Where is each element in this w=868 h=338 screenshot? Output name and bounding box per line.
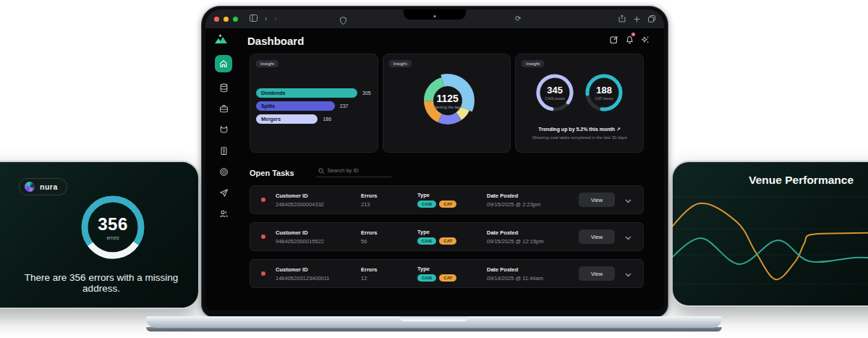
trending-up-icon: ↗ (616, 127, 621, 132)
gauge-value: 345 (547, 85, 563, 96)
error-dot-icon (261, 235, 265, 239)
insight-card-donut: Insight 1125 Painting the tape (383, 54, 511, 153)
date-posted-value: 09/15/2025 @ 12:15pm (487, 238, 574, 245)
gauge-value: 188 (596, 85, 612, 96)
insight-card-gauges: Insight 345 (515, 54, 644, 153)
sidebar-item-cat[interactable] (219, 124, 229, 135)
errors-value: 12 (361, 275, 417, 282)
edit-icon[interactable] (610, 34, 618, 47)
forward-icon[interactable]: › (274, 15, 276, 22)
open-tasks-title: Open Tasks (250, 169, 294, 177)
sidebar-item-users[interactable] (219, 208, 229, 219)
gauge-label: CAT issues (595, 96, 613, 101)
nura-error-card: nura 356 errors There are 356 errors wit… (0, 161, 200, 309)
errors-value: 213 (361, 201, 417, 208)
col-header-date-posted: Date Posted (487, 266, 574, 273)
customer-id-value: 2464052000004332 (276, 201, 361, 208)
col-header-type: Type (417, 266, 487, 272)
new-tab-icon[interactable] (634, 12, 640, 25)
venue-performance-title: Venue Performance (749, 174, 854, 187)
main-content: Insight Dividends 305 Splits 237 (250, 52, 644, 288)
sidebar-item-briefcase[interactable] (219, 103, 229, 114)
bar-row-dividends: Dividends 305 (256, 88, 373, 98)
sidebar-item-home[interactable] (215, 55, 232, 72)
col-header-date-posted: Date Posted (487, 229, 574, 236)
share-icon[interactable] (618, 12, 626, 25)
venue-line-amber (673, 203, 868, 279)
nura-brand-pill: nura (19, 178, 67, 195)
task-row[interactable]: Customer ID9464052000015522 Errors56 Typ… (250, 222, 644, 251)
insight-badge: Insight (389, 60, 412, 67)
sparkles-icon[interactable] (641, 34, 650, 47)
donut-value: 1125 (436, 93, 458, 104)
search-input[interactable] (316, 165, 404, 177)
errors-count: 356 (98, 214, 128, 235)
sidebar-item-target[interactable] (219, 166, 229, 177)
gauge-cais: 345 CAIS issues (535, 73, 574, 112)
sidebar-toggle-icon[interactable] (250, 14, 258, 23)
search-icon (318, 164, 325, 177)
donut-center: 1125 Painting the tape (413, 66, 482, 135)
back-icon[interactable]: ‹ (265, 15, 267, 22)
task-row[interactable]: Customer ID2464052000004332 Errors213 Ty… (250, 185, 644, 214)
app-sidebar (205, 52, 242, 288)
sidebar-item-send[interactable] (219, 187, 229, 198)
traffic-light-minimize[interactable] (224, 17, 229, 22)
bar-fill: Mergers (256, 114, 318, 124)
col-header-errors: Errors (361, 193, 417, 199)
col-header-date-posted: Date Posted (487, 193, 574, 199)
type-badge-cais: CAIS (417, 237, 436, 245)
reload-icon[interactable]: ⟳ (515, 15, 521, 22)
venue-performance-chart (673, 188, 868, 304)
insight-card-bars: Insight Dividends 305 Splits 237 (250, 54, 378, 153)
col-header-type: Type (417, 229, 487, 235)
type-badge-cat: CAT (439, 274, 456, 282)
col-header-customer-id: Customer ID (276, 193, 361, 199)
trend-text: Trending up by 5.2% this month (538, 127, 615, 132)
chevron-down-icon[interactable] (625, 193, 631, 206)
error-dot-icon (261, 198, 265, 202)
chevron-down-icon[interactable] (625, 267, 631, 280)
date-posted-value: 09/14/2025 @ 11:44am (487, 275, 574, 282)
laptop-screen: ‹ › ⟳ (201, 6, 668, 318)
bell-icon[interactable] (626, 34, 634, 47)
nura-logo-icon (25, 182, 35, 192)
privacy-shield-icon[interactable] (340, 14, 346, 28)
customer-id-value: 9464052000015522 (276, 238, 361, 245)
traffic-light-zoom[interactable] (233, 17, 238, 22)
laptop-display: ‹ › ⟳ (205, 9, 664, 310)
search-box[interactable] (316, 162, 391, 177)
laptop-base (146, 316, 722, 328)
traffic-light-close[interactable] (214, 17, 219, 22)
errors-message: There are 356 errors with a missing addr… (10, 272, 192, 294)
sidebar-item-building[interactable] (219, 145, 229, 156)
camera-notch (404, 9, 466, 20)
laptop-base-notch (399, 316, 469, 321)
dashboard-app: Dashboard (205, 29, 664, 310)
nura-brand-name: nura (40, 182, 58, 191)
col-header-errors: Errors (361, 266, 417, 273)
notification-badge (631, 33, 635, 36)
bar-chart: Dividends 305 Splits 237 Mergers (256, 88, 373, 127)
sidebar-item-database[interactable] (219, 82, 229, 93)
venue-line-teal (673, 238, 868, 264)
venue-performance-card: Venue Performance (671, 161, 868, 307)
bar-label: Mergers (256, 117, 281, 122)
errors-unit: errors (107, 235, 119, 240)
gauge-cat: 188 CAT issues (584, 73, 624, 112)
bar-row-mergers: Mergers 186 (256, 114, 373, 124)
bar-fill: Dividends (256, 88, 357, 98)
camera-icon (434, 15, 436, 17)
col-header-customer-id: Customer ID (276, 229, 361, 236)
gauge-label: CAIS issues (545, 96, 565, 101)
view-button[interactable]: View (579, 229, 615, 244)
chevron-down-icon[interactable] (625, 230, 631, 243)
tab-overview-icon[interactable] (648, 12, 655, 25)
insight-badge: Insight (256, 60, 278, 67)
trend-title: Trending up by 5.2% this month ↗ (516, 127, 643, 132)
date-posted-value: 09/15/2025 @ 2:23pm (487, 201, 574, 208)
bar-value: 305 (362, 90, 371, 96)
view-button[interactable]: View (579, 266, 615, 281)
view-button[interactable]: View (579, 193, 615, 207)
task-row[interactable]: Customer ID146405203123400011 Errors12 T… (250, 259, 644, 288)
